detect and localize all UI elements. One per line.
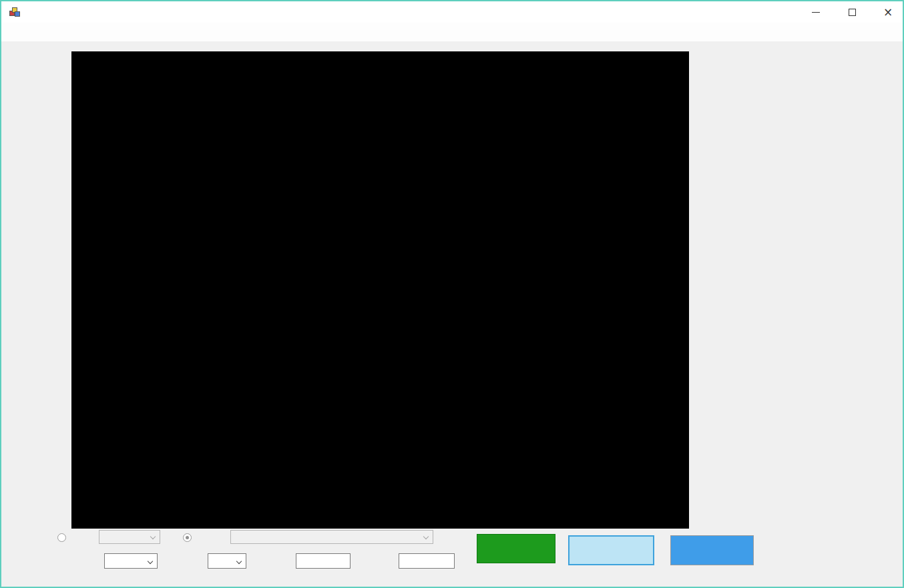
serial-radio[interactable] (57, 533, 66, 542)
scan-points-select[interactable] (208, 553, 246, 569)
chevron-down-icon (236, 559, 242, 564)
chart-panel (71, 51, 689, 529)
z-axis-ticks (71, 84, 130, 264)
usbtmc-address-select[interactable] (230, 530, 433, 544)
chevron-down-icon (150, 534, 156, 539)
title-bar: × (1, 1, 903, 23)
chevron-down-icon (423, 534, 429, 539)
maximize-button[interactable] (837, 1, 867, 23)
minimize-button[interactable] (801, 1, 831, 23)
chevron-down-icon (148, 559, 153, 564)
clear-button[interactable] (670, 535, 754, 565)
stop-freq-input[interactable] (399, 553, 455, 569)
theta-axis-ticks (631, 84, 687, 264)
start-freq-input[interactable] (296, 553, 351, 569)
menu-help[interactable] (41, 29, 56, 33)
coord-system-select[interactable] (104, 553, 158, 569)
admittance-circle-plot (135, 323, 293, 481)
menu-tools[interactable] (23, 29, 38, 33)
start-scan-button[interactable] (568, 535, 654, 565)
menu-bar (1, 23, 903, 41)
close-button[interactable]: × (873, 1, 903, 23)
app-icon (9, 7, 20, 17)
serial-port-select[interactable] (99, 530, 160, 544)
usbtmc-radio[interactable] (183, 533, 192, 542)
app-window: × (0, 0, 904, 588)
apply-settings-button[interactable] (477, 534, 555, 563)
b-axis-ticks (71, 318, 130, 485)
impedance-phase-plot (135, 89, 624, 259)
menu-file[interactable] (5, 29, 20, 33)
